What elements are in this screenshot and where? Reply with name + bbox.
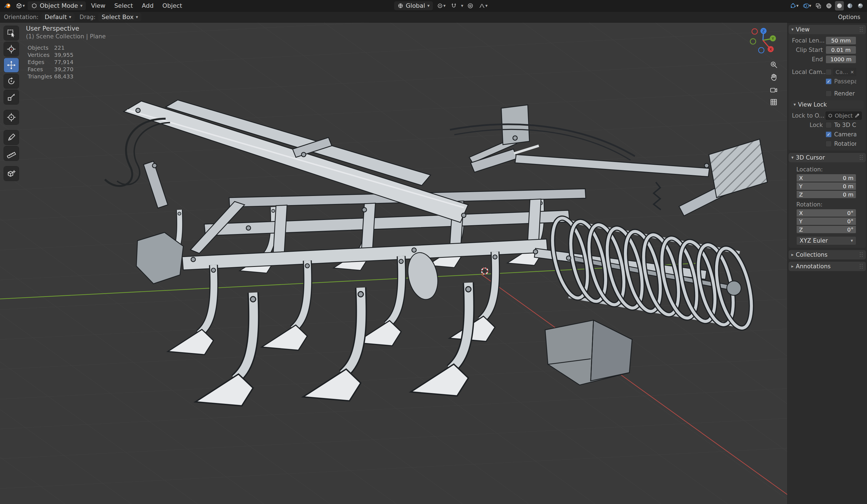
chevron-down-icon: ▾ [791,27,794,32]
options-button[interactable]: Options [835,13,863,22]
mode-select[interactable]: Object Mode ▾ [28,1,86,10]
chevron-down-icon: ▾ [796,3,799,8]
topbar: ▾ Object Mode ▾ View Select Add Object G… [0,0,867,12]
gizmo-plus-z[interactable]: Z [760,28,767,34]
show-gizmo-toggle[interactable]: ▾ [789,1,800,10]
panel-title: View [796,26,810,33]
gizmo-minus-y[interactable] [750,39,756,44]
panel-grip-icon[interactable] [860,252,863,257]
show-overlays-toggle[interactable]: ▾ [801,1,812,10]
pivot-point-select[interactable]: ▾ [436,1,447,10]
panel-grip-icon[interactable] [860,27,863,32]
camera-to-view-checkbox[interactable]: ✓ [826,131,832,138]
cursor-location-y[interactable]: Y0 m [796,182,856,190]
cursor-rotation-label: Rotation: [796,201,866,208]
blender-logo-icon[interactable] [3,1,13,10]
chevron-down-icon: ▾ [791,156,794,160]
gizmo-plus-x[interactable]: X [768,46,774,52]
panel-grip-icon[interactable] [860,155,863,160]
camera-to-view-row: ✓ Camera to Vi... [792,130,856,139]
cursor-location-x[interactable]: X0 m [796,174,856,182]
cursor-rotation-x[interactable]: X0° [796,209,856,217]
local-camera-checkbox[interactable] [826,69,832,75]
shading-rendered-button[interactable] [856,1,865,10]
panel-title: View Lock [798,101,827,108]
lock-rotation-checkbox[interactable] [826,141,832,147]
transform-orientation-label: Global [406,2,425,9]
pan-hand-button[interactable] [768,72,779,83]
panel-body-3d-cursor: Location: X0 m Y0 m Z0 m Rotation: X0° Y… [789,162,866,248]
tool-transform[interactable] [4,110,19,125]
editor-type-select[interactable]: ▾ [14,1,26,10]
tool-cursor[interactable] [4,42,19,56]
clip-start-field[interactable]: 0.01 m [826,46,856,54]
menu-add[interactable]: Add [138,0,157,11]
zoom-button[interactable] [768,59,779,70]
menu-object[interactable]: Object [159,0,186,11]
gizmo-minus-x[interactable] [752,29,757,34]
panel-grip-icon[interactable] [860,264,863,269]
sidebar: ▾ View Focal Len... 50 mm Clip Start 0.0… [787,23,867,504]
panel-header-3d-cursor[interactable]: ▾ 3D Cursor [789,153,866,162]
tool-add-cube[interactable] [4,167,19,181]
chevron-down-icon: ▾ [794,103,796,107]
snap-settings-chevron[interactable]: ▾ [461,3,463,8]
cursor-rotation-y[interactable]: Y0° [796,217,856,225]
panel-header-view[interactable]: ▾ View [789,25,866,34]
render-region-checkbox[interactable] [826,90,832,97]
drag-label: Drag: [79,14,96,20]
menu-view[interactable]: View [87,0,109,11]
shading-material-button[interactable] [845,1,854,10]
panel-body-view: Focal Len... 50 mm Clip Start 0.01 m End… [789,34,866,151]
cursor-rotation-z[interactable]: Z0° [796,225,856,234]
svg-text:Z: Z [762,29,765,33]
check-icon: ✓ [827,79,830,84]
panel-header-view-lock[interactable]: ▾ View Lock [791,100,864,109]
chevron-down-icon: ▾ [485,3,488,8]
cursor-location-fields: X0 m Y0 m Z0 m [796,174,856,199]
menu-select[interactable]: Select [111,0,137,11]
drag-select[interactable]: Select Box ▾ [98,13,141,21]
panel-header-annotations[interactable]: ▸ Annotations [789,262,866,271]
clip-end-field[interactable]: 1000 m [826,55,856,64]
to-3d-cursor-checkbox[interactable] [826,122,832,128]
chevron-down-icon: ▾ [136,15,138,19]
rotation-mode-select[interactable]: XYZ Euler ▾ [796,236,856,245]
toolbar [4,26,19,181]
gizmo-plus-y[interactable]: Y [770,35,776,41]
chevron-right-icon: ▸ [791,264,794,269]
passepartout-checkbox[interactable]: ✓ [826,78,832,85]
lock-to-object-field[interactable]: Object [826,111,862,120]
proportional-editing-toggle[interactable] [466,1,475,10]
focal-length-field[interactable]: 50 mm [826,36,856,45]
tool-select-box[interactable] [4,26,19,40]
tool-scale[interactable] [4,90,19,104]
toggle-xray[interactable] [814,1,823,10]
object-icon [828,113,833,118]
tool-rotate[interactable] [4,74,19,88]
shading-wireframe-button[interactable] [824,1,833,10]
check-icon: ✓ [827,132,830,137]
model-cultivator [105,100,767,406]
local-camera-row: Local Cam... Ca... ✕ [792,68,856,76]
gizmo-minus-z[interactable] [759,47,764,53]
tool-measure[interactable] [4,146,19,161]
chevron-down-icon: ▾ [809,3,811,8]
tool-move[interactable] [4,58,19,72]
orientation-select[interactable]: Default ▾ [41,13,75,21]
transform-orientation-select[interactable]: Global ▾ [394,1,433,10]
tool-annotate[interactable] [4,130,19,144]
chevron-down-icon: ▾ [23,3,25,8]
cursor-location-z[interactable]: Z0 m [796,191,856,199]
panel-title: Annotations [796,263,831,270]
shading-solid-button[interactable] [835,1,844,10]
stat-row: Triangles68,433 [28,73,73,80]
clear-icon[interactable]: ✕ [850,69,854,75]
camera-view-button[interactable] [768,85,779,96]
navigation-gizmo[interactable]: Z Y X [745,23,781,58]
toggle-ortho-button[interactable] [768,97,779,108]
eyedropper-icon[interactable] [855,113,859,118]
snap-toggle[interactable] [449,1,458,10]
panel-header-collections[interactable]: ▸ Collections [789,250,866,259]
proportional-falloff-select[interactable]: ▾ [478,1,489,10]
